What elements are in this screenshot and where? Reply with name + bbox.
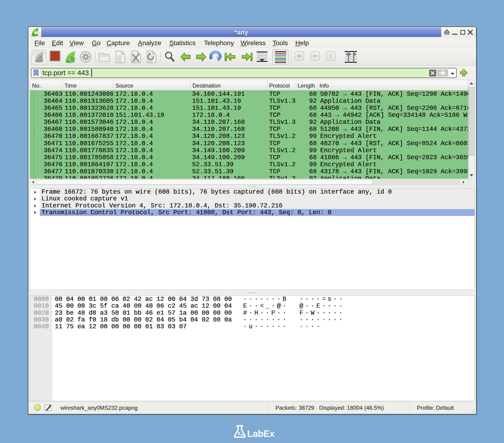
svg-text:LabEx: LabEx [247,428,275,439]
svg-text:0101: 0101 [148,61,153,63]
svg-text:0101: 0101 [117,61,122,63]
